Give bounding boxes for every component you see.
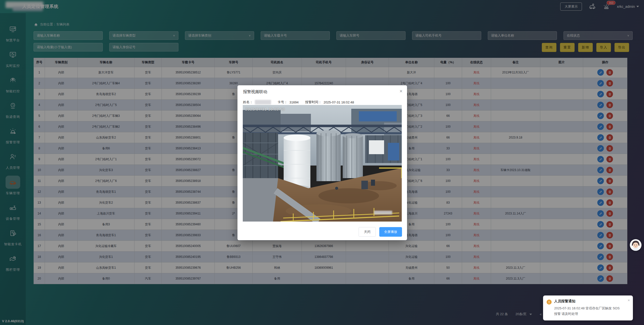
plant-scene xyxy=(243,105,402,222)
toast-title: 人员报警通知 xyxy=(554,299,623,304)
close-icon[interactable]: × xyxy=(399,88,402,94)
toast-message: 2025-07-31 16:02:48 雷佰存在厂区触发 SOS报警 请及时处理 xyxy=(554,306,623,316)
assistant-avatar[interactable] xyxy=(630,239,641,251)
alarm-toast: ! 人员报警通知 2025-07-31 16:02:48 雷佰存在厂区触发 SO… xyxy=(543,295,633,320)
warning-icon: ! xyxy=(547,300,552,305)
redacted-watermark xyxy=(374,211,392,214)
alarm-info-line: 姓名： 卡号： 31694 报警时间： 2025-07-31 16:02:48 xyxy=(243,100,354,104)
close-button[interactable]: 关闭 xyxy=(359,227,376,237)
app-root: 人员定位管理系统 大屏展示 163 xrkc_ad xyxy=(0,0,644,325)
video-timestamp: 2025/07/31 16:02:58 xyxy=(245,107,285,111)
redacted-name xyxy=(255,100,271,104)
fullscreen-play-button[interactable]: 全屏播放 xyxy=(379,227,402,237)
card-number: 31694 xyxy=(289,100,299,104)
close-icon[interactable]: × xyxy=(628,298,630,302)
modal-title: 报警视频联动 xyxy=(243,89,267,95)
alarm-time: 2025-07-31 16:02:48 xyxy=(324,100,354,104)
alarm-video-modal: 报警视频联动 × 姓名： 卡号： 31694 报警时间： 2025-07-31 … xyxy=(237,85,407,240)
cctv-video-frame[interactable]: 2025/07/31 16:02:58 xyxy=(243,105,402,222)
